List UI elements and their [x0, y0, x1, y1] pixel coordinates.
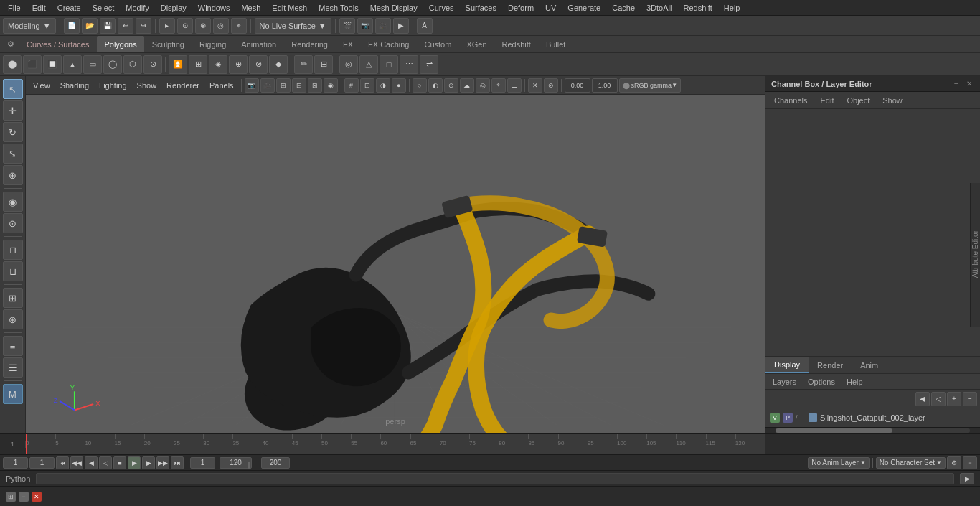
tab-polygons[interactable]: Polygons	[97, 36, 143, 52]
close-panel-btn[interactable]: ✕	[964, 79, 974, 89]
anim-extra-btn[interactable]: ≡	[963, 456, 977, 469]
fog-btn[interactable]: ☁	[460, 78, 474, 93]
wire-btn[interactable]: ⊡	[360, 78, 374, 93]
menu-cache[interactable]: Cache	[607, 2, 640, 14]
attr-editor-btn[interactable]: ≡	[3, 336, 23, 356]
render2-btn[interactable]: 📷	[357, 18, 373, 34]
prism-icon-btn[interactable]: ⬡	[123, 55, 142, 74]
help-menu-btn[interactable]: Help	[842, 376, 867, 388]
channels-tab[interactable]: Channels	[768, 95, 813, 106]
play-back-btn[interactable]: ◁	[99, 456, 112, 469]
no-char-set-dropdown[interactable]: No Character Set ▼	[876, 457, 946, 469]
viewport-canvas[interactable]: X Y Z persp	[26, 95, 765, 433]
lasso-select-btn[interactable]: ⊓	[3, 240, 23, 260]
anim-settings-btn[interactable]: ⚙	[947, 456, 961, 469]
menu-3dtoall[interactable]: 3DtoAll	[641, 2, 677, 14]
edit-tab[interactable]: Edit	[814, 95, 839, 106]
menu-uv[interactable]: UV	[540, 2, 561, 14]
close-btn[interactable]: ✕	[32, 492, 42, 502]
cam5-btn[interactable]: ⊠	[308, 78, 322, 93]
layer-row[interactable]: V P / Slingshot_Catapult_002_layer	[767, 410, 979, 426]
tab-custom[interactable]: Custom	[418, 36, 459, 52]
tab-rigging[interactable]: Rigging	[192, 36, 233, 52]
menu-edit-mesh[interactable]: Edit Mesh	[267, 2, 312, 14]
save-file-btn[interactable]: 💾	[100, 18, 116, 34]
menu-curves[interactable]: Curves	[424, 2, 459, 14]
light3-btn[interactable]: ⊙	[444, 78, 458, 93]
python-input[interactable]	[36, 473, 954, 484]
tab-fx-caching[interactable]: FX Caching	[361, 36, 416, 52]
snap-to-grid-btn[interactable]: ⊞	[3, 288, 23, 308]
torus-icon-btn[interactable]: ◯	[103, 55, 122, 74]
start-frame-input[interactable]	[3, 457, 28, 469]
play-fwd-btn[interactable]: ▶	[128, 456, 141, 469]
view-menu-btn[interactable]: View	[29, 80, 55, 91]
paint-btn[interactable]: ⊗	[195, 18, 211, 34]
crease-btn[interactable]: ⋯	[400, 55, 418, 74]
lasso-btn[interactable]: ⊙	[177, 18, 193, 34]
cube-icon-btn[interactable]: ⬛	[23, 55, 42, 74]
shade-btn[interactable]: ◑	[376, 78, 390, 93]
snap-to-curve-btn[interactable]: ⊛	[3, 309, 23, 329]
new-file-btn[interactable]: 📄	[64, 18, 80, 34]
sphere-icon-btn[interactable]: ⬤	[3, 55, 22, 74]
minimize-btn[interactable]: −	[19, 492, 29, 502]
triangulate-btn[interactable]: △	[359, 55, 378, 74]
prev-frame-btn[interactable]: ◀	[85, 456, 98, 469]
settings-icon[interactable]: ⚙	[3, 36, 19, 52]
menu-edit[interactable]: Edit	[27, 2, 51, 14]
smooth-icon-btn[interactable]: ◎	[339, 55, 358, 74]
layer-remove-btn[interactable]: −	[963, 392, 977, 406]
current-frame-input[interactable]	[29, 457, 55, 469]
render-tab[interactable]: Render	[809, 357, 852, 373]
menu-windows[interactable]: Windows	[193, 2, 235, 14]
workspace-dropdown[interactable]: Modeling ▼	[3, 18, 56, 34]
cam3-btn[interactable]: ⊞	[276, 78, 291, 93]
anim-tab[interactable]: Anim	[852, 357, 887, 373]
hud-btn[interactable]: ☰	[507, 78, 522, 93]
render-btn[interactable]: 🎬	[339, 18, 355, 34]
tab-fx[interactable]: FX	[336, 36, 360, 52]
cam6-btn[interactable]: ◉	[324, 78, 338, 93]
soft-mod-btn[interactable]: ◉	[3, 192, 23, 212]
cam-btn[interactable]: 📷	[245, 78, 259, 93]
tab-curves-surfaces[interactable]: Curves / Surfaces	[19, 36, 96, 52]
arnold-btn[interactable]: A	[417, 18, 433, 34]
msaa-btn[interactable]: ⌖	[491, 78, 506, 93]
snap-btn[interactable]: ⌖	[231, 18, 247, 34]
live-surface-dropdown[interactable]: No Live Surface ▼	[255, 18, 331, 34]
bridge-icon-btn[interactable]: ⊞	[189, 55, 207, 74]
pipe-icon-btn[interactable]: ⊙	[143, 55, 162, 74]
minimize-panel-btn[interactable]: −	[951, 79, 961, 89]
maya-logo-btn[interactable]: M	[3, 384, 23, 404]
menu-help[interactable]: Help	[719, 2, 745, 14]
end-frame-input[interactable]	[220, 457, 252, 469]
move-tool-btn[interactable]: ✛	[3, 100, 23, 121]
lighting-menu-btn[interactable]: Lighting	[95, 80, 131, 91]
tab-xgen[interactable]: XGen	[459, 36, 494, 52]
xray-btn[interactable]: ✕	[528, 78, 542, 93]
show-tab[interactable]: Show	[877, 95, 908, 106]
range-end-input[interactable]	[261, 457, 290, 469]
pen-icon-btn[interactable]: ✏	[294, 55, 313, 74]
fill-icon-btn[interactable]: ◆	[269, 55, 288, 74]
tab-sculpting[interactable]: Sculpting	[145, 36, 192, 52]
tab-animation[interactable]: Animation	[234, 36, 283, 52]
shading-menu-btn[interactable]: Shading	[56, 80, 93, 91]
light1-btn[interactable]: ○	[413, 78, 427, 93]
paint-select-btn[interactable]: ⊔	[3, 261, 23, 281]
object-tab[interactable]: Object	[841, 95, 875, 106]
layer-scrollbar[interactable]	[765, 427, 980, 433]
current-frame-input2[interactable]	[190, 457, 215, 469]
step-fwd-btn[interactable]: ▶▶	[156, 456, 169, 469]
rotate-tool-btn[interactable]: ↻	[3, 122, 23, 142]
cam4-btn[interactable]: ⊟	[292, 78, 306, 93]
go-start-btn[interactable]: ⏮	[56, 456, 69, 469]
show-manipulator-btn[interactable]: ⊙	[3, 213, 23, 233]
tab-bullet[interactable]: Bullet	[539, 36, 573, 52]
layer-prev-btn[interactable]: ◀	[915, 392, 930, 406]
transform-tool-btn[interactable]: ⊕	[3, 165, 23, 185]
select-btn[interactable]: ▸	[159, 18, 175, 34]
mirror-btn[interactable]: ⇌	[420, 55, 438, 74]
menu-display[interactable]: Display	[156, 2, 192, 14]
